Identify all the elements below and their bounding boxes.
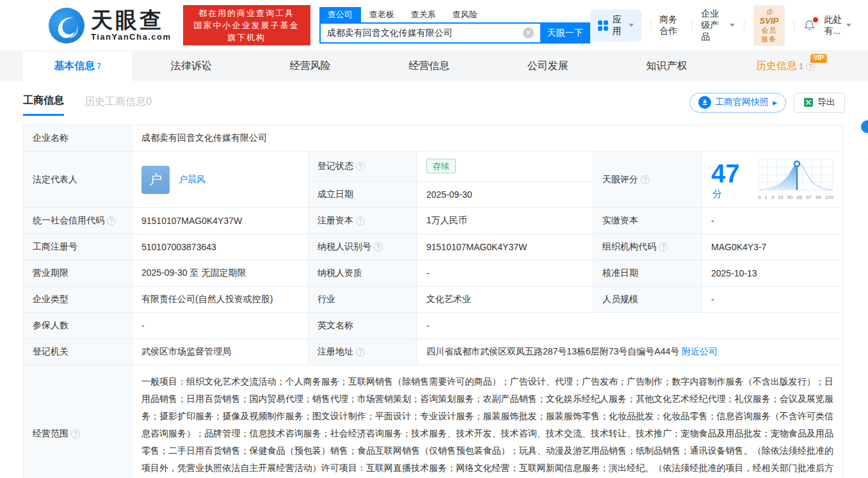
help-icon[interactable]: ? <box>356 347 365 356</box>
tab-6[interactable]: 历史信息VIP1? <box>726 51 845 81</box>
field-label: 经营范围? <box>24 365 133 478</box>
search-input[interactable] <box>319 22 540 44</box>
excel-icon <box>803 97 814 108</box>
field-value: 文化艺术业 <box>417 287 593 313</box>
site-header: 天眼查 TianYanCha.com 都在用的商业查询工具 国家中小企业发展子基… <box>0 0 868 51</box>
help-icon[interactable]: ? <box>356 162 365 171</box>
crown-icon: ♔ <box>766 7 773 17</box>
field-value: - <box>133 313 309 339</box>
help-icon[interactable]: ? <box>356 216 365 225</box>
field-label: 纳税人识别号? <box>309 234 417 260</box>
field-label: 英文名称 <box>309 313 417 339</box>
table-row: 企业类型有限责任公司(自然人投资或控股)行业文化艺术业人员规模- <box>24 287 843 313</box>
field-label: 实缴资本 <box>593 208 702 234</box>
stamp-icon <box>698 96 711 109</box>
nearby-companies-link[interactable]: 附近公司 <box>682 346 718 356</box>
search-tabs: 查公司 查老板 查关系 查风险 <box>319 7 590 22</box>
legal-representative-cell: 户户晨风 <box>133 152 309 208</box>
tianyan-score: 47分0131550859799100 <box>711 159 833 200</box>
field-value: 成都卖有回音文化传媒有限公司 <box>133 125 843 152</box>
search-tab-company[interactable]: 查公司 <box>319 7 361 22</box>
field-label: 纳税人资质 <box>309 260 417 287</box>
search-tab-boss[interactable]: 查老板 <box>361 7 403 22</box>
field-label: 企业名称 <box>24 125 133 152</box>
notification-dot <box>813 17 818 22</box>
subtab-history-business-info[interactable]: 历史工商信息0 <box>84 95 152 115</box>
tab-4[interactable]: 公司发展 <box>488 51 607 81</box>
clear-search-icon[interactable]: ✕ <box>523 28 534 38</box>
field-value: 2025-09-30 <box>417 181 593 207</box>
tianyancha-logo-icon <box>49 8 84 44</box>
help-icon[interactable]: ? <box>107 216 116 225</box>
company-table: 企业名称成都卖有回音文化传媒有限公司法定代表人户户晨风登记状态?存续天眼评分?4… <box>23 125 843 478</box>
field-label: 天眼评分? <box>593 152 702 208</box>
search-tab-risk[interactable]: 查风险 <box>444 7 486 22</box>
tab-0[interactable]: 基本信息7 <box>23 51 132 81</box>
status-badge: 存续 <box>426 159 456 173</box>
subtab-row: 工商信息 历史工商信息0 工商官网快照 ▸ 导出 <box>0 81 868 125</box>
company-table-body: 企业名称成都卖有回音文化传媒有限公司法定代表人户户晨风登记状态?存续天眼评分?4… <box>24 125 843 478</box>
search-area: 查公司 查老板 查关系 查风险 ✕ 天眼一下 <box>319 7 590 44</box>
help-icon[interactable]: ? <box>641 175 650 184</box>
field-value: 91510107MAG0K4Y37W <box>417 234 593 260</box>
registration-status-cell: 存续 <box>417 152 593 182</box>
field-value: 2025-10-13 <box>702 260 843 287</box>
field-label: 参保人数 <box>24 313 133 339</box>
tab-3[interactable]: 经营信息 <box>369 51 488 81</box>
tab-2[interactable]: 经营风险 <box>251 51 370 81</box>
brand-slogan: 都在用的商业查询工具 国家中小企业发展子基金旗下机构 <box>183 5 310 45</box>
field-value: 有限责任公司(自然人投资或控股) <box>133 287 309 313</box>
search-button[interactable]: 天眼一下 <box>540 22 590 44</box>
subtab-business-info[interactable]: 工商信息 <box>23 94 64 116</box>
field-label: 核准日期 <box>593 260 702 287</box>
field-label: 营业期限 <box>24 260 133 287</box>
field-value: - <box>417 313 843 339</box>
export-button[interactable]: 导出 <box>794 93 845 113</box>
nav-enterprise-products[interactable]: 企业级产品 <box>701 8 735 43</box>
field-label: 组织机构代码? <box>593 234 702 260</box>
field-label: 注册地址? <box>309 339 417 365</box>
avatar[interactable]: 户 <box>141 166 170 194</box>
field-value: MAG0K4Y3-7 <box>702 234 843 260</box>
tab-count: 7 <box>97 62 101 71</box>
field-label: 成立日期 <box>309 181 417 207</box>
user-menu[interactable]: 此处有... <box>824 14 851 37</box>
field-label: 统一社会信用代码? <box>24 208 133 234</box>
field-value: 510107003873643 <box>133 234 309 260</box>
legal-representative-link[interactable]: 户晨风 <box>179 174 205 186</box>
field-value: 武侯区市场监督管理局 <box>133 339 309 365</box>
svip-member-badge[interactable]: ♔ SVIP 会员服务 <box>753 5 785 46</box>
nav-cooperation[interactable]: 商务合作 <box>659 14 682 37</box>
table-row: 营业期限2025-09-30 至 无固定期限纳税人资质-核准日期2025-10-… <box>24 260 843 287</box>
tianyancha-logo[interactable]: 天眼查 TianYanCha.com <box>49 8 172 44</box>
score-value: 47 <box>711 159 740 187</box>
field-value: - <box>702 287 843 313</box>
logo-title: 天眼查 <box>91 9 172 31</box>
field-value: 一般项目：组织文化艺术交流活动；个人商务服务；互联网销售（除销售需要许可的商品）… <box>133 365 843 478</box>
field-label: 注册资本? <box>309 208 417 234</box>
official-snapshot-button[interactable]: 工商官网快照 ▸ <box>689 93 786 113</box>
field-value: 1万人民币 <box>417 208 593 234</box>
score-unit: 分 <box>712 188 722 199</box>
field-value: 91510107MAG0K4Y37W <box>133 208 309 234</box>
chevron-down-icon <box>629 24 634 27</box>
tab-5[interactable]: 知识产权 <box>607 51 727 81</box>
field-value: 四川省成都市武侯区双凤五路287号13栋6层附73号自编号A44号 附近公司 <box>417 339 843 365</box>
table-row: 参保人数-英文名称- <box>24 313 843 339</box>
help-icon[interactable]: ? <box>659 243 668 251</box>
tab-1[interactable]: 法律诉讼 <box>132 51 251 81</box>
apps-grid-icon <box>598 20 608 31</box>
arrow-right-icon: ▸ <box>773 97 777 108</box>
help-icon[interactable]: ? <box>71 429 80 438</box>
apps-menu[interactable]: 应用 <box>590 10 641 42</box>
score-axis: 0131550859799100 <box>758 195 833 200</box>
vip-badge: VIP <box>810 54 827 63</box>
help-icon[interactable]: ? <box>806 62 815 71</box>
search-tab-relation[interactable]: 查关系 <box>403 7 444 22</box>
field-label: 法定代表人 <box>24 152 133 208</box>
help-icon[interactable]: ? <box>374 243 383 251</box>
field-label: 工商注册号 <box>24 234 133 260</box>
table-row: 法定代表人户户晨风登记状态?存续天眼评分?47分0131550859799100 <box>24 152 843 182</box>
notification-bell-icon[interactable] <box>803 19 816 31</box>
chevron-down-icon <box>730 24 735 27</box>
